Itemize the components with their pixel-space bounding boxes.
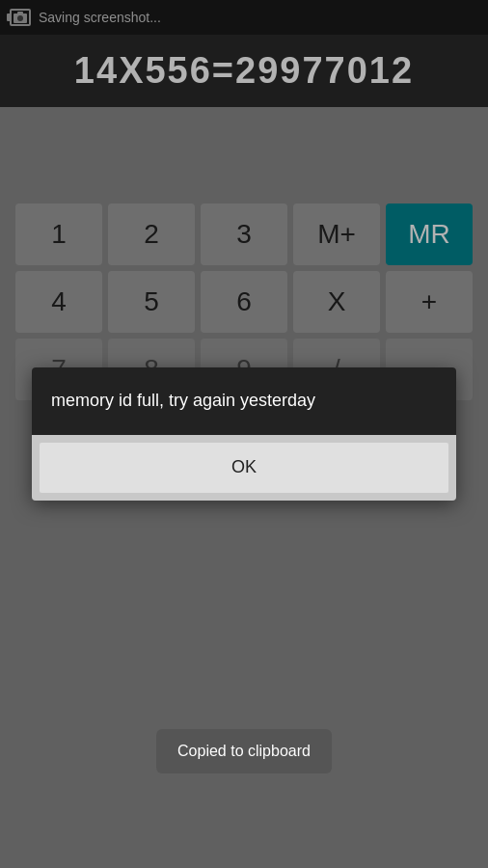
ok-button[interactable]: OK: [40, 443, 448, 493]
toast-notification: Copied to clipboard: [156, 729, 332, 773]
dialog-buttons: OK: [32, 435, 456, 501]
alert-dialog: memory id full, try again yesterday OK: [32, 367, 456, 500]
dialog-message: memory id full, try again yesterday: [32, 367, 456, 434]
